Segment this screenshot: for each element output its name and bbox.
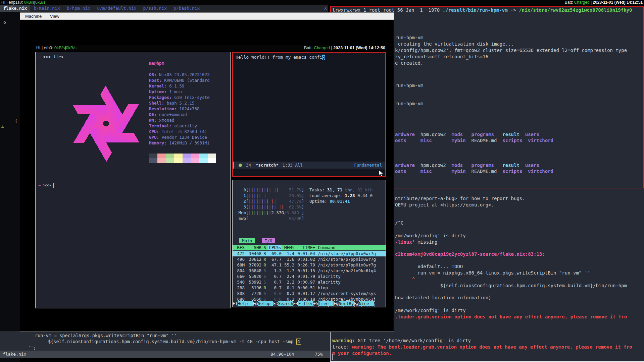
neofetch-row: Resolution: 1024x768 bbox=[149, 106, 210, 112]
process-row[interactable]: 288 3196 R 0.7 0.1 0:00.51 htop bbox=[233, 285, 386, 291]
neofetch-user-host: me@hpm bbox=[149, 60, 164, 66]
editor-tab[interactable]: b/hpm.nix bbox=[63, 5, 94, 12]
palette-swatch bbox=[174, 154, 183, 158]
function-key[interactable]: F1Help bbox=[233, 301, 253, 306]
modeline-major-mode: Fundamental bbox=[354, 162, 382, 169]
neofetch-row: DE: none+xmonad bbox=[149, 112, 210, 117]
neofetch-row: Terminal: alacritty bbox=[149, 123, 210, 129]
file-entry: mods bbox=[452, 163, 472, 168]
code-line: ${self.nixosConfigurations.hpm.config.sy… bbox=[48, 339, 301, 345]
neofetch-row: CPU: Intel i5-8250U (4) bbox=[149, 129, 210, 134]
file-entry: virtchord bbox=[528, 138, 553, 143]
info-line: how detailed location information) bbox=[395, 295, 491, 301]
gutter-char-2: { bbox=[15, 118, 17, 123]
vm-prompt-line: ~ >>> flex bbox=[38, 54, 63, 60]
function-key[interactable]: F4Filter bbox=[293, 301, 313, 306]
htop-tab-io[interactable]: I/O bbox=[262, 238, 275, 243]
palette-swatch bbox=[166, 158, 174, 163]
function-key[interactable]: F3Search bbox=[273, 301, 293, 306]
menu-view[interactable]: View bbox=[48, 14, 61, 19]
process-row[interactable]: 68M 37892 R 47.1 55.2 0:26.79 /nix/store… bbox=[233, 262, 386, 268]
file-entry: result bbox=[502, 163, 525, 168]
tab-flake-nix[interactable]: flake.nix bbox=[0, 5, 30, 12]
file-entry: mods bbox=[452, 132, 472, 137]
function-key[interactable]: F5Tree bbox=[313, 301, 334, 306]
load-average: Load average: 1.23 0.44 0 bbox=[309, 193, 373, 198]
process-row[interactable]: 808 7720 S 0.0 0.3 0:01.17 /run/current-… bbox=[233, 291, 386, 296]
qemu-vm-window[interactable]: Machine View HI | eth0: 0kB/s|0kB/s Batt… bbox=[20, 12, 394, 332]
error-caret: ^ bbox=[412, 276, 415, 283]
host-battery-clock: Batt: Charged | 2023-11-01 (Wed) 14:12:5… bbox=[565, 0, 643, 5]
host-status-bar: HI | enp1s0: 0kB/s|0kB/s Batt: Charged |… bbox=[0, 0, 644, 5]
editor-tab[interactable]: p/bash.nix bbox=[170, 5, 203, 12]
grub-warning-line: .loader.grub.version option does not hav… bbox=[395, 314, 627, 320]
close-icon[interactable]: X bbox=[324, 5, 327, 12]
function-key[interactable]: F6SortBy bbox=[334, 301, 354, 306]
swap-meter: Swp[0K/0K] bbox=[235, 216, 304, 221]
file-entry: programs bbox=[472, 163, 503, 168]
palette-swatch bbox=[149, 154, 157, 158]
host-network-status: HI | enp1s0: 0kB/s|0kB/s bbox=[1, 0, 45, 5]
vm-terminal-window[interactable]: ~ >>> flex me@hpm ------ bbox=[35, 52, 231, 308]
neofetch-row: WM: xmonad bbox=[149, 117, 210, 123]
code-context-line: #default... TODO bbox=[395, 263, 463, 270]
code-line: ''; bbox=[28, 345, 36, 351]
warning-line: warning: Git tree '/home/me/work/config'… bbox=[332, 338, 471, 344]
file-listing-row: osts misc mybin README.md scripts virtch… bbox=[395, 168, 553, 175]
function-key[interactable]: F2Setup bbox=[253, 301, 273, 306]
process-row[interactable]: 540 53992 S 0.7 2.2 0:00.97 alacritty bbox=[233, 279, 386, 285]
bracket-match-highlight: 4 bbox=[296, 339, 301, 345]
nixos-logo bbox=[49, 68, 163, 179]
code-line: run-vm = specialArgs.pkgs.writeScriptBin… bbox=[35, 333, 177, 339]
htop-tab-main[interactable]: Main bbox=[239, 238, 255, 243]
palette-swatch bbox=[183, 154, 191, 158]
neofetch-divider: ------ bbox=[149, 66, 164, 72]
palette-swatch bbox=[149, 158, 157, 163]
build-output-line: run-hpm-vm bbox=[395, 101, 423, 107]
mouse-cursor bbox=[379, 170, 384, 177]
file-entry: programs bbox=[472, 132, 503, 137]
cpu-meter-2: 2[|||||||| ||47.7%]Uptime: 00:01:41 bbox=[235, 198, 350, 204]
modeline-percent: 75% bbox=[315, 351, 323, 358]
interrupt-line: /^C bbox=[395, 220, 403, 226]
htop-table-header[interactable]: RES SHR S CPU%▽ MEM% TIME+ Command bbox=[233, 245, 386, 250]
build-output-line: creating the virtualisation disk image..… bbox=[395, 41, 514, 47]
build-output-line: run-hpm-vm bbox=[395, 82, 423, 89]
modeline-accent-bar bbox=[233, 162, 234, 169]
process-row[interactable]: 660 55920 S 0.7 2.4 0:01.79 alacritty bbox=[233, 274, 386, 279]
vm-emacs-window[interactable]: Hello World!! from my emacs config 34 *s… bbox=[232, 52, 386, 177]
file-entry: ardware bbox=[395, 132, 420, 137]
process-row[interactable]: 496 30612 R 67.7 1.6 0:01.02 /nix/store/… bbox=[233, 256, 386, 262]
build-output-line: zy_refcounts=off refcount_bits=16 bbox=[395, 54, 488, 60]
editor-tab[interactable]: b/main.nix bbox=[30, 5, 63, 12]
modeline-status-dot bbox=[239, 164, 242, 167]
neofetch-row: Kernel: 6.1.59 bbox=[149, 83, 210, 89]
palette-swatch bbox=[199, 158, 208, 163]
vm-htop-window[interactable]: 0[||||||||| ||51.7%]Tasks: 31, 71 thr, 8… bbox=[232, 180, 386, 307]
rx-rate: 0kB/s bbox=[24, 0, 34, 5]
file-entry: osts bbox=[395, 169, 420, 174]
palette-swatch bbox=[208, 154, 216, 158]
warning-icon: ⚠ bbox=[1, 124, 4, 129]
menu-machine[interactable]: Machine bbox=[23, 14, 44, 19]
palette-swatch bbox=[157, 158, 166, 163]
vm-tx-rate: 0kB/s bbox=[66, 46, 77, 50]
qemu-msg-line: ntribute/report-a-bug> for how to report… bbox=[395, 195, 525, 202]
editor-tab[interactable]: u/m/default.nix bbox=[94, 5, 140, 12]
palette-swatch bbox=[208, 158, 216, 163]
emacs-cursor: g bbox=[322, 55, 325, 60]
file-entry: users bbox=[525, 132, 539, 137]
file-entry: README.md bbox=[472, 169, 503, 174]
editor-tab[interactable]: p/ssh.nix bbox=[140, 5, 170, 12]
modeline-line-count: 34 bbox=[246, 162, 251, 169]
process-row[interactable]: 804 36848 S 1.3 1.7 0:01.15 /nix/store/h… bbox=[233, 268, 386, 274]
inactive-tabs: b/main.nixb/hpm.nixu/m/default.nixp/ssh.… bbox=[30, 5, 203, 12]
function-key[interactable]: F7Nice bbox=[354, 301, 374, 306]
neofetch-row: Host: KVM/QEMU (Standard bbox=[149, 77, 210, 83]
process-row[interactable]: 472 30468 R 69.0 1.4 0:01.04 /nix/store/… bbox=[233, 251, 386, 256]
palette-swatch bbox=[174, 158, 183, 163]
file-entry: misc bbox=[420, 138, 452, 143]
vm-prompt-line-2: ~ >>> bbox=[38, 182, 56, 188]
file-entry: scripts bbox=[502, 138, 528, 143]
vm-datetime: 2023-11-01 (Wed) 14:12:50 bbox=[333, 46, 385, 50]
